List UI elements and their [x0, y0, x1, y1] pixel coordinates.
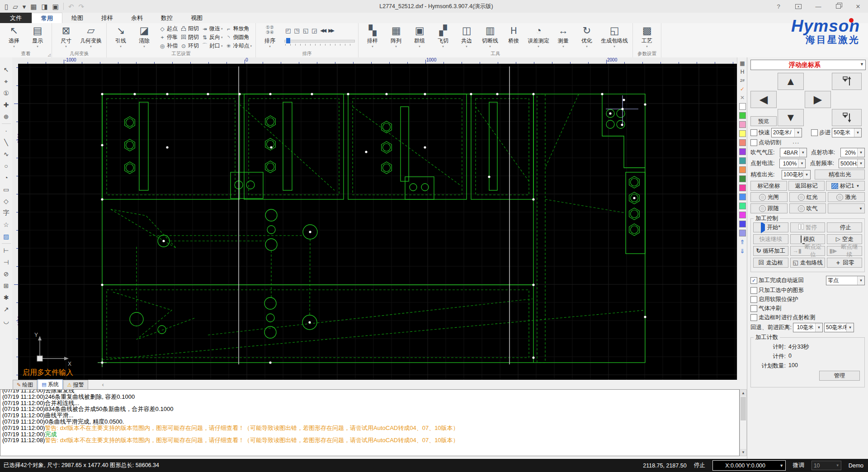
- wand-icon[interactable]: ↗: [1, 303, 12, 315]
- dialog-launcher-icon[interactable]: ◿: [48, 53, 51, 57]
- layer-color-swatch[interactable]: [739, 112, 746, 119]
- fillet-icon[interactable]: ◡: [1, 315, 12, 327]
- eraser-button[interactable]: ◪清除▾: [132, 24, 156, 52]
- tab-scroll-left-icon[interactable]: ‹: [102, 381, 104, 388]
- layer-color-swatch[interactable]: [739, 157, 746, 164]
- spot-current-select[interactable]: 100%▾: [779, 159, 806, 168]
- quick-speed-select[interactable]: 20毫米/▾: [771, 128, 802, 137]
- menu-tab-1[interactable]: 常用: [32, 13, 62, 24]
- layer-color-swatch[interactable]: [739, 203, 746, 209]
- manage-button[interactable]: 管理: [819, 371, 860, 381]
- array-button[interactable]: ▦阵列▾: [384, 24, 408, 52]
- spot-power-select[interactable]: 20%▾: [840, 148, 865, 157]
- restore-icon[interactable]: [828, 0, 848, 13]
- gear-icon[interactable]: ✱: [1, 292, 12, 303]
- precise-fire-button[interactable]: 精准出光: [815, 170, 865, 179]
- laser-head-up-button[interactable]: [832, 73, 862, 90]
- stop-button[interactable]: 停止: [827, 222, 862, 232]
- laser-toggle-button[interactable]: 激光: [828, 192, 865, 202]
- fine-tune-select[interactable]: 10 ▼: [811, 461, 841, 470]
- open-dropdown-icon[interactable]: ▾: [23, 3, 26, 10]
- simulate-button[interactable]: 模拟: [790, 234, 826, 244]
- fast-resume-button[interactable]: 快速继续: [753, 234, 788, 244]
- clear-x-icon[interactable]: ✕: [738, 93, 746, 102]
- reverse-button[interactable]: ⇅反向▾: [200, 33, 224, 42]
- text-icon[interactable]: 字: [1, 207, 12, 219]
- female-cut-button[interactable]: 回阴切: [179, 33, 200, 42]
- cursor-button[interactable]: ↖选择▾: [2, 24, 26, 52]
- jog-down-button[interactable]: ▼: [778, 109, 804, 126]
- round-corner-button[interactable]: ◝倒圆角: [224, 33, 254, 42]
- start-point-button[interactable]: ◇起点: [158, 24, 179, 33]
- layers-icon[interactable]: ▦: [738, 59, 746, 67]
- retreat-distance-select[interactable]: 10毫米▾: [793, 323, 823, 332]
- menu-tab-file[interactable]: 文件: [0, 13, 32, 23]
- sort-order-button[interactable]: ①②③④排序▾: [258, 24, 282, 52]
- micro-joint-button[interactable]: ↠微连▾: [200, 24, 224, 33]
- cad-drawing-canvas[interactable]: Y X 启用多文件输入: [18, 64, 737, 380]
- gas-pressure-select[interactable]: 4BAR▾: [780, 148, 807, 157]
- order-b-icon[interactable]: ◳: [294, 27, 299, 34]
- menu-tab-4[interactable]: 余料: [122, 13, 152, 23]
- menu-tab-5[interactable]: 数控: [152, 13, 182, 23]
- layer-color-swatch[interactable]: [739, 166, 746, 173]
- jog-left-button[interactable]: ◀: [750, 91, 777, 108]
- soft-limit-checkbox[interactable]: [750, 296, 757, 303]
- bridge-button[interactable]: Ｈ桥接: [502, 24, 525, 52]
- node-edit-icon[interactable]: ⌖: [1, 76, 12, 87]
- layer-color-swatch[interactable]: [739, 130, 746, 137]
- measure-button[interactable]: ↔测量▾: [552, 24, 575, 52]
- display-button[interactable]: ▤显示▾: [26, 24, 49, 52]
- slider-thumb[interactable]: [286, 38, 290, 43]
- breakpoint-resume-button[interactable]: ▮▶断点继续: [827, 246, 862, 256]
- dry-run-button[interactable]: ▷空走: [827, 234, 862, 244]
- circle-icon[interactable]: ○: [1, 160, 12, 172]
- trace-envelope-button[interactable]: ◱走包络线: [790, 258, 826, 268]
- male-cut-button[interactable]: 凸阳切: [179, 24, 200, 33]
- rect-icon[interactable]: ▭: [1, 184, 12, 195]
- release-corner-button[interactable]: ⌐释放角: [224, 24, 254, 33]
- menu-tab-2[interactable]: 绘图: [62, 13, 92, 23]
- save-icon[interactable]: ▣: [52, 3, 59, 10]
- trim-icon[interactable]: ⊘: [1, 268, 12, 280]
- snap-end-icon[interactable]: ⊣: [1, 256, 12, 268]
- scrollbar-thumb[interactable]: [741, 397, 746, 420]
- layer-color-swatch[interactable]: [739, 194, 746, 200]
- seal-button[interactable]: ⌒封口▾: [200, 42, 224, 50]
- error-measure-button[interactable]: ◔误差测定▾: [525, 24, 552, 52]
- mark-coordinate-button[interactable]: 标记坐标: [750, 181, 787, 191]
- apply-check-icon[interactable]: ✓: [738, 85, 746, 93]
- polygon-icon[interactable]: ◇: [1, 195, 12, 207]
- process-button[interactable]: ▩工艺▾: [635, 24, 659, 52]
- coordinate-system-select[interactable]: 浮动坐标系 ▼: [750, 60, 866, 70]
- leadline-button[interactable]: ↘引线▾: [109, 24, 132, 52]
- align-icon[interactable]: ⊞: [1, 280, 12, 292]
- pan-icon[interactable]: ✚: [1, 99, 12, 111]
- return-zero-button[interactable]: ＋回零: [827, 258, 862, 268]
- envelope-button[interactable]: ◱生成包络线▾: [599, 24, 630, 52]
- new-file-icon[interactable]: ▯: [5, 3, 8, 10]
- order-a-icon[interactable]: ◰: [285, 27, 291, 34]
- gas-flush-checkbox[interactable]: [750, 305, 757, 312]
- fly-cut-button[interactable]: ▞飞切▾: [431, 24, 455, 52]
- scroll-up-icon[interactable]: ▲: [740, 390, 746, 396]
- dock-button[interactable]: ＋停靠: [158, 33, 179, 42]
- compensate-button[interactable]: ◎补偿: [158, 42, 179, 50]
- machine-position-select[interactable]: X:0.000 Y:0.000 ▼: [712, 460, 786, 471]
- open-file-icon[interactable]: ▱: [13, 3, 18, 10]
- nest-button[interactable]: ▚排样▾: [361, 24, 384, 52]
- minimize-icon[interactable]: —: [808, 0, 828, 13]
- return-to-mark-button[interactable]: 返回标记: [788, 181, 825, 191]
- fit-height-icon[interactable]: H: [738, 67, 746, 76]
- zoom-icon[interactable]: ⊕: [1, 111, 12, 123]
- step-jog-checkbox[interactable]: [811, 129, 818, 136]
- image-icon[interactable]: ▨: [1, 231, 12, 242]
- jog-cut-more-button[interactable]: ···: [793, 140, 800, 146]
- log-scrollbar[interactable]: ▲ ▼: [740, 389, 747, 456]
- cutoff-line-button[interactable]: ▥切断线▾: [478, 24, 502, 52]
- auto-return-checkbox[interactable]: ✓: [750, 277, 757, 284]
- laser-head-down-button[interactable]: [832, 109, 862, 126]
- layer-color-swatch[interactable]: [739, 139, 746, 146]
- layer-color-swatch[interactable]: [739, 148, 746, 155]
- only-selected-checkbox[interactable]: [750, 287, 757, 294]
